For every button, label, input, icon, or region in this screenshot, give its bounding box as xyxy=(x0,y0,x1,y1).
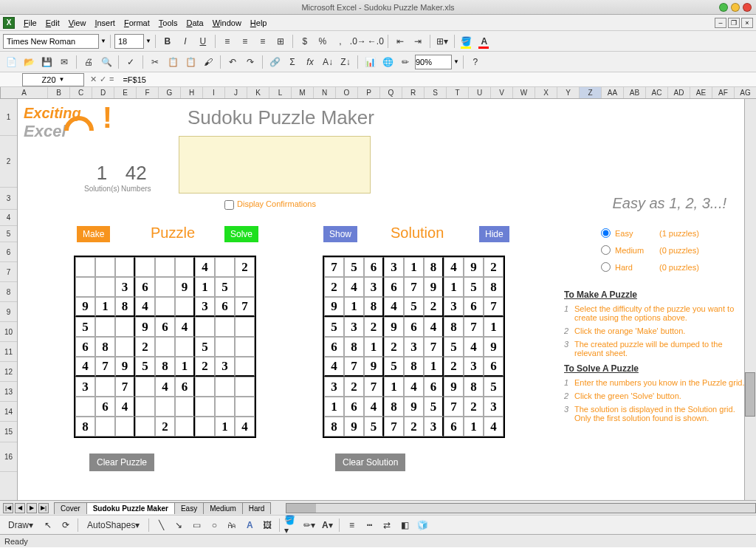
sudoku-cell[interactable]: 8 xyxy=(155,357,175,377)
font-size-select[interactable] xyxy=(114,34,144,49)
sudoku-cell[interactable]: 1 xyxy=(215,417,235,437)
dash-style-button[interactable]: ┅ xyxy=(361,517,377,533)
row-header-14[interactable]: 14 xyxy=(0,402,17,422)
sudoku-cell[interactable]: 4 xyxy=(135,297,155,317)
shadow-button[interactable]: ◧ xyxy=(396,517,413,533)
column-header-D[interactable]: D xyxy=(92,87,114,98)
tab-last-button[interactable]: ▶| xyxy=(38,503,49,513)
column-header-I[interactable]: I xyxy=(203,87,225,98)
column-header-H[interactable]: H xyxy=(181,87,203,98)
column-header-A[interactable]: A xyxy=(1,87,48,98)
sudoku-cell[interactable] xyxy=(135,257,155,277)
row-header-15[interactable]: 15 xyxy=(0,422,17,442)
column-header-T[interactable]: T xyxy=(447,87,469,98)
sudoku-cell[interactable]: 9 xyxy=(115,357,135,377)
increase-indent-button[interactable]: ⇥ xyxy=(410,33,426,49)
sudoku-cell[interactable] xyxy=(115,417,135,437)
tab-prev-button[interactable]: ◀ xyxy=(15,503,25,513)
sudoku-cell[interactable]: 9 xyxy=(135,317,155,337)
cancel-formula-icon[interactable]: ✕ xyxy=(90,75,97,84)
spellcheck-button[interactable]: ✓ xyxy=(123,54,139,70)
sudoku-cell[interactable] xyxy=(155,397,175,417)
sudoku-cell[interactable]: 4 xyxy=(195,257,215,277)
select-objects-button[interactable]: ↖ xyxy=(40,517,56,533)
decrease-indent-button[interactable]: ⇤ xyxy=(392,33,408,49)
sudoku-cell[interactable] xyxy=(235,377,255,397)
align-left-button[interactable]: ≡ xyxy=(219,33,236,49)
sudoku-cell[interactable]: 4 xyxy=(155,377,175,397)
sudoku-cell[interactable] xyxy=(195,417,215,437)
font-name-select[interactable] xyxy=(3,34,99,49)
difficulty-easy[interactable]: Easy(1 puzzles) xyxy=(601,228,734,238)
row-header-6[interactable]: 6 xyxy=(0,242,17,262)
sudoku-cell[interactable] xyxy=(135,417,155,437)
worksheet-area[interactable]: Exciting Excel ! Sudoku Puzzle Maker Dis… xyxy=(18,99,756,500)
sudoku-cell[interactable]: 6 xyxy=(175,377,195,397)
sudoku-cell[interactable]: 7 xyxy=(115,377,135,397)
clipart-button[interactable]: 🖼 xyxy=(259,517,275,533)
sudoku-cell[interactable] xyxy=(175,397,195,417)
sudoku-cell[interactable]: 5 xyxy=(135,357,155,377)
sudoku-cell[interactable]: 6 xyxy=(95,397,115,417)
save-button[interactable]: 💾 xyxy=(38,54,55,70)
function-button[interactable]: fx xyxy=(302,54,318,70)
email-button[interactable]: ✉ xyxy=(56,54,72,70)
cut-button[interactable]: ✂ xyxy=(147,54,163,70)
format-painter-button[interactable]: 🖌 xyxy=(200,54,216,70)
sudoku-cell[interactable]: 1 xyxy=(95,297,115,317)
sudoku-cell[interactable]: 5 xyxy=(75,317,95,337)
sudoku-cell[interactable]: 4 xyxy=(175,317,195,337)
row-header-11[interactable]: 11 xyxy=(0,342,17,362)
menu-file[interactable]: File xyxy=(19,17,41,29)
column-header-B[interactable]: B xyxy=(48,87,70,98)
align-center-button[interactable]: ≡ xyxy=(237,33,253,49)
fill-color-draw-button[interactable]: 🪣▾ xyxy=(284,517,300,533)
sudoku-cell[interactable]: 1 xyxy=(195,277,215,297)
column-header-R[interactable]: R xyxy=(402,87,425,98)
sudoku-cell[interactable]: 6 xyxy=(135,277,155,297)
make-button[interactable]: Make xyxy=(77,226,110,242)
column-header-AD[interactable]: AD xyxy=(668,87,690,98)
sudoku-cell[interactable] xyxy=(175,417,195,437)
sudoku-cell[interactable] xyxy=(95,257,115,277)
sudoku-cell[interactable]: 8 xyxy=(95,337,115,357)
sheet-tab-cover[interactable]: Cover xyxy=(54,502,87,514)
menu-tools[interactable]: Tools xyxy=(154,17,182,29)
column-header-K[interactable]: K xyxy=(247,87,269,98)
sudoku-cell[interactable] xyxy=(95,277,115,297)
menu-view[interactable]: View xyxy=(64,17,91,29)
clear-puzzle-button[interactable]: Clear Puzzle xyxy=(89,454,154,471)
borders-button[interactable]: ⊞▾ xyxy=(434,33,450,49)
column-header-W[interactable]: W xyxy=(513,87,535,98)
column-header-U[interactable]: U xyxy=(469,87,491,98)
sort-asc-button[interactable]: A↓ xyxy=(320,54,336,70)
sudoku-cell[interactable]: 3 xyxy=(75,377,95,397)
puzzle-grid[interactable]: 4236915918436759646825479581233746648214 xyxy=(74,256,256,438)
sheet-tab-easy[interactable]: Easy xyxy=(174,502,204,514)
sudoku-cell[interactable] xyxy=(115,337,135,357)
sudoku-cell[interactable] xyxy=(235,337,255,357)
column-header-M[interactable]: M xyxy=(292,87,314,98)
sudoku-cell[interactable] xyxy=(115,257,135,277)
column-header-O[interactable]: O xyxy=(336,87,358,98)
horizontal-scrollbar[interactable] xyxy=(286,503,756,513)
decrease-decimal-button[interactable]: ←.0 xyxy=(368,33,384,49)
align-right-button[interactable]: ≡ xyxy=(255,33,271,49)
sheet-tab-sudoku-puzzle-maker[interactable]: Sudoku Puzzle Maker xyxy=(86,502,175,514)
row-header-16[interactable]: 16 xyxy=(0,442,17,472)
row-header-9[interactable]: 9 xyxy=(0,302,17,322)
row-header-7[interactable]: 7 xyxy=(0,262,17,282)
mdi-minimize-button[interactable]: – xyxy=(715,18,726,28)
show-button[interactable]: Show xyxy=(323,226,357,242)
sudoku-cell[interactable] xyxy=(215,397,235,417)
merge-cells-button[interactable]: ⊞ xyxy=(272,33,289,49)
sudoku-cell[interactable]: 2 xyxy=(155,417,175,437)
copy-button[interactable]: 📋 xyxy=(165,54,181,70)
maximize-button[interactable] xyxy=(731,3,740,12)
column-header-V[interactable]: V xyxy=(491,87,513,98)
arrow-tool-button[interactable]: ↘ xyxy=(171,517,187,533)
font-color-button[interactable]: A xyxy=(476,33,492,49)
comma-button[interactable]: , xyxy=(332,33,348,49)
sudoku-cell[interactable]: 5 xyxy=(195,337,215,357)
sudoku-cell[interactable]: 4 xyxy=(115,397,135,417)
